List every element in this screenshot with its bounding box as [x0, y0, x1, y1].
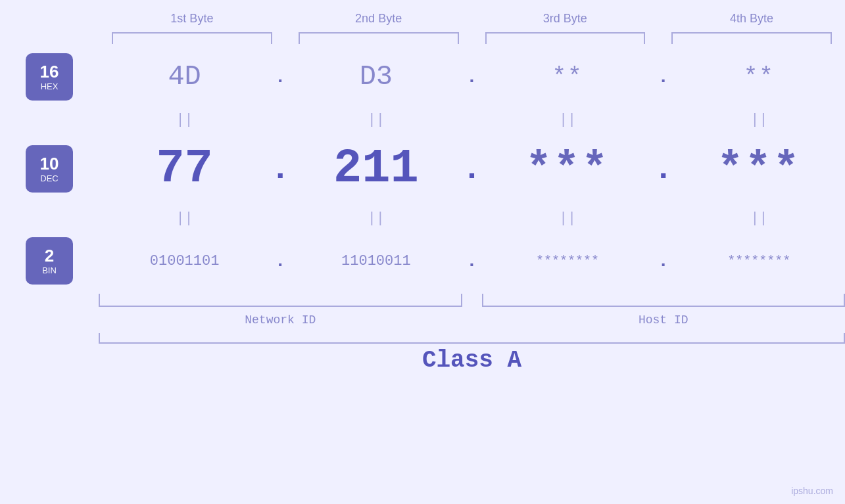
byte-headers: 1st Byte 2nd Byte 3rd Byte 4th Byte	[99, 0, 845, 32]
class-label: Class A	[422, 347, 521, 374]
class-label-row: Class A	[99, 344, 845, 377]
dec-dot3: .	[654, 150, 673, 188]
bin-dot3: .	[654, 251, 673, 271]
dec-values: 77 . 211 . *** . ***	[99, 142, 845, 196]
id-labels: Network ID Host ID	[99, 307, 845, 333]
bin-badge-num: 2	[45, 246, 54, 265]
hex-row: 16 HEX 4D . D3 . ** . **	[0, 44, 845, 110]
bin-values: 01001101 . 11010011 . ******** . *******…	[99, 251, 845, 271]
bin-dot2: .	[462, 251, 482, 271]
byte4-top-bracket	[671, 32, 832, 44]
bin-badge: 2 BIN	[26, 237, 73, 285]
bottom-section: Network ID Host ID Class A	[99, 294, 845, 377]
eq2-b3: ||	[482, 210, 654, 227]
bin-dot1: .	[270, 251, 290, 271]
bin-b3: ********	[482, 254, 654, 269]
dec-b2: 211	[290, 142, 462, 196]
hex-badge-label: HEX	[41, 81, 59, 91]
hex-badge-num: 16	[40, 62, 59, 81]
dec-badge-label: DEC	[40, 173, 58, 183]
byte1-header: 1st Byte	[99, 12, 285, 26]
hex-dot1: .	[270, 67, 290, 87]
bin-b2: 11010011	[290, 253, 462, 269]
dec-dot1: .	[270, 150, 290, 188]
hex-b3: **	[482, 64, 654, 91]
network-id-label: Network ID	[99, 313, 462, 327]
equals-row-1: || || || ||	[99, 110, 845, 129]
bin-badge-label: BIN	[42, 265, 57, 275]
eq1-b1: ||	[99, 112, 270, 128]
dec-b1: 77	[99, 142, 270, 196]
byte3-top-bracket	[485, 32, 646, 44]
byte4-header: 4th Byte	[658, 12, 845, 26]
hex-dot2: .	[462, 67, 482, 87]
byte2-header: 2nd Byte	[285, 12, 472, 26]
bin-b1: 01001101	[99, 253, 270, 269]
dec-row: 10 DEC 77 . 211 . *** . ***	[0, 129, 845, 208]
eq2-b2: ||	[290, 210, 462, 227]
eq2-b1: ||	[99, 210, 270, 227]
eq1-b2: ||	[290, 112, 462, 128]
bin-badge-container: 2 BIN	[0, 237, 99, 285]
byte3-header: 3rd Byte	[472, 12, 659, 26]
eq1-b4: ||	[673, 112, 845, 128]
byte2-top-bracket	[299, 32, 459, 44]
hex-b4: **	[673, 64, 845, 91]
top-brackets	[99, 32, 845, 44]
dec-badge: 10 DEC	[26, 145, 73, 193]
dec-b4: ***	[673, 145, 845, 194]
class-bracket	[99, 333, 845, 344]
hex-badge-container: 16 HEX	[0, 53, 99, 101]
dec-badge-container: 10 DEC	[0, 145, 99, 193]
dec-b3: ***	[482, 145, 654, 194]
network-bracket	[99, 294, 462, 307]
hex-b2: D3	[290, 61, 462, 93]
dec-badge-num: 10	[40, 154, 59, 173]
hex-badge: 16 HEX	[26, 53, 73, 101]
equals-row-2: || || || ||	[99, 208, 845, 228]
host-bracket	[482, 294, 846, 307]
hex-b1: 4D	[99, 61, 270, 93]
host-id-label: Host ID	[482, 313, 846, 327]
byte1-top-bracket	[112, 32, 272, 44]
dec-dot2: .	[462, 150, 482, 188]
main-container: 1st Byte 2nd Byte 3rd Byte 4th Byte 16 H…	[0, 0, 845, 504]
hex-dot3: .	[654, 67, 673, 87]
hex-values: 4D . D3 . ** . **	[99, 61, 845, 93]
bin-b4: ********	[673, 254, 845, 269]
eq1-b3: ||	[482, 112, 654, 128]
bin-row: 2 BIN 01001101 . 11010011 . ******** . *…	[0, 228, 845, 294]
id-brackets	[99, 294, 845, 307]
class-bracket-row	[99, 333, 845, 344]
eq2-b4: ||	[673, 210, 845, 227]
watermark: ipshu.com	[791, 486, 833, 496]
